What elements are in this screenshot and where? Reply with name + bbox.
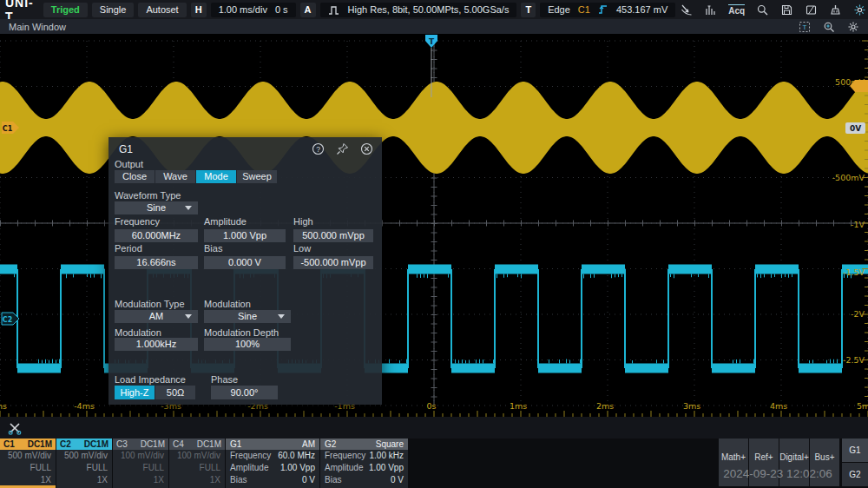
generator-wave: Square [376, 439, 404, 450]
channel-scale: 100 mV/div [169, 450, 225, 462]
pin-icon[interactable] [336, 142, 349, 155]
top-toolbar: UNI-T Triged Single Autoset H 1.00 ms/di… [0, 0, 868, 19]
g2-side-button[interactable]: G2 [842, 463, 868, 486]
amplitude-field[interactable]: 1.000 Vpp [204, 229, 286, 242]
rising-edge-icon [598, 3, 608, 16]
zoom-in-icon[interactable] [823, 21, 835, 33]
x-axis-label: 3ms [683, 401, 700, 411]
settings-icon[interactable] [853, 3, 866, 16]
gen-row-label: Amplitude [325, 462, 363, 474]
single-button[interactable]: Single [92, 3, 135, 17]
acquire-readout[interactable]: High Res, 8bit, 50.00MPts, 5.00GSa/s [320, 3, 517, 17]
load-highz-button[interactable]: High-Z [115, 386, 155, 399]
modulation-wave-value: Sine [238, 311, 257, 321]
waveform-type-label: Waveform Type [115, 190, 181, 201]
channel-id: C3 [116, 439, 128, 450]
channel-coupling: DC1M [28, 439, 52, 450]
frequency-field[interactable]: 60.000MHz [115, 229, 198, 242]
autoset-button[interactable]: Autoset [138, 3, 186, 17]
scissors-icon[interactable] [7, 420, 23, 436]
load-impedance-label: Load Impedance [115, 374, 186, 385]
horizontal-offset-value: 0 s [275, 4, 288, 15]
channel-bandwidth: FULL [0, 462, 56, 474]
svg-text:T: T [803, 23, 807, 31]
modulation-depth-field[interactable]: 100% [204, 338, 291, 351]
display-settings-icon[interactable] [847, 21, 859, 33]
channel-scale: 500 mV/div [56, 450, 112, 462]
bias-field[interactable]: 0.000 V [204, 256, 286, 269]
output-wave-button[interactable]: Wave [155, 170, 195, 183]
high-field[interactable]: 500.000 mVpp [293, 229, 373, 242]
channel-tile-c3[interactable]: C3DC1M 100 mV/div FULL 1X [113, 439, 168, 488]
dialog-title: G1 [119, 143, 133, 155]
g1-side-button[interactable]: G1 [842, 439, 868, 462]
chevron-down-icon [278, 314, 285, 319]
timebase-value: 1.00 ms/div [219, 4, 267, 15]
cursor-measure-icon[interactable] [680, 3, 693, 16]
trigger-source: C1 [578, 4, 590, 15]
clear-icon[interactable] [829, 3, 842, 16]
load-50ohm-button[interactable]: 50Ω [155, 386, 195, 399]
svg-text:C2: C2 [3, 316, 12, 324]
datetime-display: 2024-09-23 12:02:06 [713, 467, 842, 480]
horizontal-menu-button[interactable]: H [191, 3, 207, 17]
gen-row-value: 1.00 Vpp [280, 462, 315, 474]
waveform-type-dropdown[interactable]: Sine [115, 201, 198, 214]
modulation-wave-label: Modulation [204, 299, 251, 309]
window-bar-icons: T [799, 21, 859, 33]
toolbar-icons: Acq [680, 3, 868, 16]
oscilloscope-screen: -5ms-4ms-3ms-2ms-1ms0s1ms2ms3ms4ms5ms500… [0, 0, 868, 488]
channel-coupling: DC1M [197, 439, 221, 450]
modulation-type-dropdown[interactable]: AM [115, 310, 198, 323]
modulation-wave-dropdown[interactable]: Sine [204, 310, 291, 323]
window-bar: Main Window T [0, 19, 868, 34]
channel-bandwidth: FULL [56, 462, 112, 474]
trigger-readout[interactable]: Edge C1 453.167 mV [540, 3, 675, 17]
channel-coupling: DC1M [84, 439, 108, 450]
modulation-freq-label: Modulation [115, 327, 161, 338]
output-close-button[interactable]: Close [115, 170, 155, 183]
search-icon[interactable] [756, 3, 769, 16]
channel-id: C2 [60, 439, 71, 450]
acq-icon[interactable]: Acq [728, 4, 745, 16]
g1-generator-dialog: G1 ? Output Close Wave Mode Sweep Wavefo… [108, 137, 382, 405]
gen-row-value: 60.0 MHz [278, 450, 315, 462]
gen-row-value: 0 V [302, 474, 315, 486]
channel-probe: 1X [56, 474, 112, 486]
phase-field[interactable]: 90.00° [211, 386, 278, 399]
channel-tile-c4[interactable]: C4DC1M 100 mV/div FULL 1X [169, 439, 225, 488]
trigger-type: Edge [548, 4, 570, 15]
timebase-readout[interactable]: 1.00 ms/div 0 s [211, 3, 296, 17]
close-icon[interactable] [360, 142, 373, 155]
trigger-menu-button[interactable]: T [521, 3, 536, 17]
generator-tile-g2[interactable]: G2Square Frequency1.00 kHz Amplitude1.00… [320, 439, 408, 488]
gen-row-value: 1.00 Vpp [369, 462, 404, 474]
bias-label: Bias [204, 243, 222, 254]
channel-tile-c2[interactable]: C2DC1M 500 mV/div FULL 1X [56, 439, 112, 488]
channel-probe: 1X [113, 474, 168, 486]
channel-probe: 1X [0, 474, 56, 486]
period-field[interactable]: 16.666ns [115, 256, 198, 269]
waveform-type-value: Sine [147, 202, 166, 213]
save-icon[interactable] [780, 3, 793, 16]
low-field[interactable]: -500.000 mVpp [293, 256, 373, 269]
generator-tile-g1[interactable]: G1AM Frequency60.0 MHz Amplitude1.00 Vpp… [226, 439, 319, 488]
channel-tile-c1[interactable]: C1DC1M 500 mV/div FULL 1X [0, 439, 56, 488]
modulation-type-value: AM [149, 311, 164, 321]
help-icon[interactable]: ? [312, 142, 325, 155]
chevron-down-icon [185, 206, 192, 210]
trigger-status-badge: Triged [43, 3, 88, 17]
acquire-info: High Res, 8bit, 50.00MPts, 5.00GSa/s [348, 4, 510, 15]
screenshot-icon[interactable] [805, 3, 818, 16]
output-section-label: Output [115, 159, 143, 169]
modulation-depth-label: Modulation Depth [204, 327, 279, 338]
fft-icon[interactable] [704, 3, 717, 16]
low-label: Low [293, 243, 311, 254]
gen-row-label: Frequency [230, 450, 271, 462]
modulation-freq-field[interactable]: 1.000kHz [115, 338, 198, 351]
acquire-menu-button[interactable]: A [300, 3, 316, 17]
text-tool-icon[interactable]: T [799, 21, 811, 33]
output-sweep-button[interactable]: Sweep [237, 170, 277, 183]
output-mode-button[interactable]: Mode [196, 170, 236, 183]
y-axis-label: -2.5V [843, 355, 865, 365]
